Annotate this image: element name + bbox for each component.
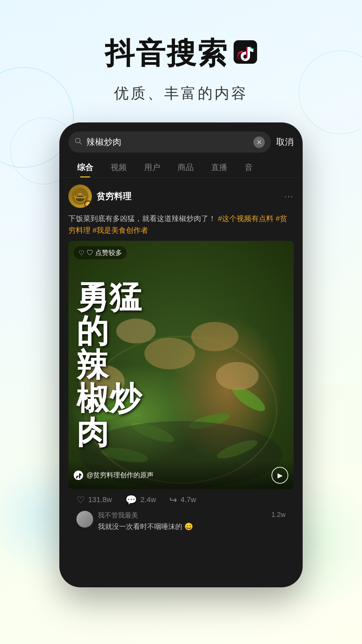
likes-badge-text: ♡ 点赞较多: [86, 248, 122, 257]
comments-count: 2.4w: [140, 495, 156, 504]
share-button[interactable]: ↪ 4.7w: [169, 494, 196, 505]
search-input-wrapper[interactable]: 辣椒炒肉 ✕: [68, 131, 271, 153]
comment-icon: 💬: [125, 494, 137, 505]
tab-直播[interactable]: 直播: [202, 158, 236, 177]
heart-icon: ♡: [78, 249, 84, 257]
search-query-text: 辣椒炒肉: [86, 136, 249, 148]
page-title: 抖音搜索: [105, 34, 228, 73]
comment-preview: 我不管我最美 我就没一次看时不咽唾沫的 😄 1.2w: [68, 511, 294, 537]
tiktok-logo-icon: [234, 40, 257, 64]
svg-rect-5: [75, 197, 85, 198]
video-thumbnail[interactable]: 勇猛的辣椒炒肉 ♡ ♡ 点赞较多: [68, 241, 294, 489]
content-area: ✓ 贫穷料理 ··· 下饭菜到底有多凶猛，就看这道辣椒炒肉了！ #这个视频有点料…: [60, 178, 302, 586]
username: 贫穷料理: [97, 191, 131, 202]
sound-info: @贫穷料理创作的原声: [74, 471, 154, 480]
tab-音[interactable]: 音: [236, 158, 261, 177]
svg-line-2: [80, 142, 82, 144]
like-button[interactable]: ♡ 131.8w: [76, 494, 112, 505]
likes-badge: ♡ ♡ 点赞较多: [74, 246, 127, 259]
comment-count: 1.2w: [272, 511, 286, 519]
video-content: 勇猛的辣椒炒肉 ♡ ♡ 点赞较多: [68, 241, 294, 489]
clear-search-button[interactable]: ✕: [253, 137, 265, 148]
verified-badge: ✓: [84, 201, 92, 208]
phone-screen: 辣椒炒肉 ✕ 取消 综合 视频 用户 商品: [60, 123, 302, 586]
post-card: ✓ 贫穷料理 ··· 下饭菜到底有多凶猛，就看这道辣椒炒肉了！ #这个视频有点料…: [60, 178, 302, 542]
search-icon: [74, 137, 82, 147]
avatar: ✓: [68, 184, 92, 208]
comment-username: 我不管我最美: [98, 511, 267, 520]
svg-point-8: [78, 193, 82, 195]
post-description: 下饭菜到底有多凶猛，就看这道辣椒炒肉了！ #这个视频有点料 #贫穷料理 #我是美…: [68, 213, 294, 236]
tab-视频[interactable]: 视频: [102, 158, 135, 177]
phone-container: 辣椒炒肉 ✕ 取消 综合 视频 用户 商品: [0, 123, 362, 586]
sound-tiktok-icon: [74, 471, 83, 480]
sound-bar: @贫穷料理创作的原声 ▶: [68, 460, 294, 489]
interaction-bar: ♡ 131.8w 💬 2.4w ↪ 4.7w: [68, 489, 294, 511]
tabs-row: 综合 视频 用户 商品 直播 音: [60, 153, 302, 178]
phone-frame: 辣椒炒肉 ✕ 取消 综合 视频 用户 商品: [60, 123, 302, 586]
heart-icon: ♡: [76, 494, 85, 505]
likes-count: 131.8w: [88, 495, 112, 504]
cancel-search-button[interactable]: 取消: [276, 136, 294, 148]
svg-point-4: [75, 195, 85, 202]
subtitle: 优质、丰富的内容: [0, 84, 362, 103]
post-header: ✓ 贫穷料理 ···: [68, 184, 294, 208]
more-options-button[interactable]: ···: [284, 191, 294, 202]
search-bar-container: 辣椒炒肉 ✕ 取消: [60, 123, 302, 153]
comment-avatar: [76, 511, 93, 528]
comment-text: 我就没一次看时不咽唾沫的 😄: [98, 521, 267, 532]
comment-content: 我不管我最美 我就没一次看时不咽唾沫的 😄: [98, 511, 267, 532]
share-icon: ↪: [169, 494, 177, 505]
title-row: 抖音搜索: [0, 34, 362, 73]
play-button[interactable]: ▶: [272, 467, 288, 484]
sound-text: @贫穷料理创作的原声: [86, 471, 154, 480]
tab-商品[interactable]: 商品: [169, 158, 202, 177]
header: 抖音搜索 优质、丰富的内容: [0, 0, 362, 123]
video-overlay-text: 勇猛的辣椒炒肉: [76, 280, 142, 449]
tab-用户[interactable]: 用户: [135, 158, 169, 177]
shares-count: 4.7w: [180, 495, 196, 504]
video-text-overlay: 勇猛的辣椒炒肉: [68, 241, 294, 489]
tab-综合[interactable]: 综合: [68, 158, 102, 177]
comment-button[interactable]: 💬 2.4w: [125, 494, 156, 505]
post-user[interactable]: ✓ 贫穷料理: [68, 184, 131, 208]
